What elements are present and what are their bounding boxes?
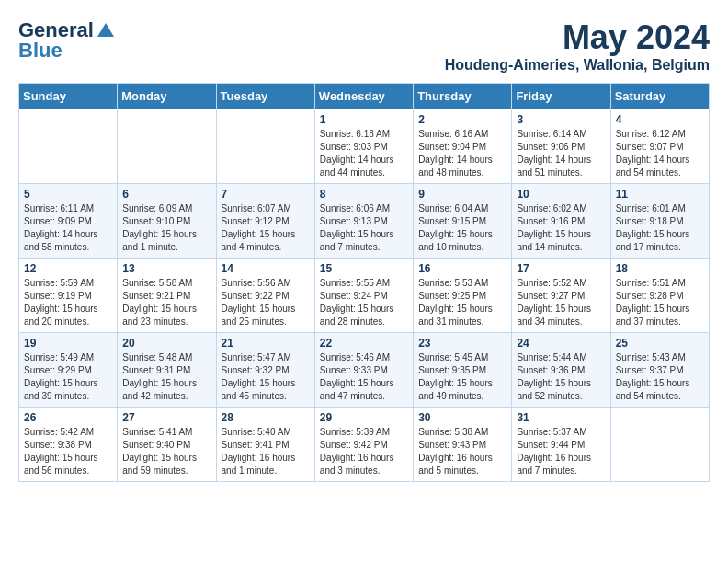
day-info: Sunrise: 5:48 AM Sunset: 9:31 PM Dayligh… xyxy=(122,351,210,403)
logo: General Blue xyxy=(18,18,116,63)
calendar-cell: 20Sunrise: 5:48 AM Sunset: 9:31 PM Dayli… xyxy=(118,333,216,408)
calendar-cell xyxy=(216,109,314,184)
calendar-cell: 13Sunrise: 5:58 AM Sunset: 9:21 PM Dayli… xyxy=(118,259,216,333)
day-number: 30 xyxy=(418,411,506,424)
day-number: 11 xyxy=(616,188,704,201)
day-info: Sunrise: 5:44 AM Sunset: 9:36 PM Dayligh… xyxy=(517,351,605,403)
calendar-cell: 25Sunrise: 5:43 AM Sunset: 9:37 PM Dayli… xyxy=(610,333,709,408)
day-number: 18 xyxy=(616,262,704,275)
day-info: Sunrise: 5:39 AM Sunset: 9:42 PM Dayligh… xyxy=(320,426,408,477)
day-info: Sunrise: 5:53 AM Sunset: 9:25 PM Dayligh… xyxy=(418,277,506,328)
day-number: 6 xyxy=(122,188,210,201)
calendar-cell: 30Sunrise: 5:38 AM Sunset: 9:43 PM Dayli… xyxy=(414,408,512,482)
calendar-cell: 16Sunrise: 5:53 AM Sunset: 9:25 PM Dayli… xyxy=(414,259,512,333)
day-info: Sunrise: 5:59 AM Sunset: 9:19 PM Dayligh… xyxy=(24,277,112,328)
month-title: May 2024 xyxy=(445,18,710,57)
calendar-cell: 22Sunrise: 5:46 AM Sunset: 9:33 PM Dayli… xyxy=(314,333,413,408)
day-number: 28 xyxy=(222,411,310,424)
weekday-header-row: SundayMondayTuesdayWednesdayThursdayFrid… xyxy=(19,84,710,109)
weekday-header-thursday: Thursday xyxy=(414,84,512,109)
day-number: 25 xyxy=(616,337,704,350)
day-number: 22 xyxy=(320,337,408,350)
weekday-header-wednesday: Wednesday xyxy=(314,84,413,109)
day-info: Sunrise: 5:45 AM Sunset: 9:35 PM Dayligh… xyxy=(418,351,506,403)
day-number: 16 xyxy=(418,262,506,275)
calendar-cell: 18Sunrise: 5:51 AM Sunset: 9:28 PM Dayli… xyxy=(610,259,709,333)
calendar-cell: 24Sunrise: 5:44 AM Sunset: 9:36 PM Dayli… xyxy=(512,333,610,408)
day-number: 7 xyxy=(222,188,310,201)
weekday-header-sunday: Sunday xyxy=(19,84,118,109)
day-info: Sunrise: 6:11 AM Sunset: 9:09 PM Dayligh… xyxy=(24,202,112,254)
location-title: Houdeng-Aimeries, Wallonia, Belgium xyxy=(445,57,710,74)
day-info: Sunrise: 6:02 AM Sunset: 9:16 PM Dayligh… xyxy=(517,202,605,254)
calendar-cell xyxy=(19,109,118,184)
day-number: 31 xyxy=(517,411,605,424)
day-info: Sunrise: 6:09 AM Sunset: 9:10 PM Dayligh… xyxy=(122,202,210,254)
weekday-header-monday: Monday xyxy=(118,84,216,109)
week-row-2: 5Sunrise: 6:11 AM Sunset: 9:09 PM Daylig… xyxy=(19,184,710,259)
calendar-cell: 9Sunrise: 6:04 AM Sunset: 9:15 PM Daylig… xyxy=(414,184,512,259)
day-number: 9 xyxy=(418,188,506,201)
day-info: Sunrise: 5:58 AM Sunset: 9:21 PM Dayligh… xyxy=(122,277,210,328)
day-number: 10 xyxy=(517,188,605,201)
weekday-header-tuesday: Tuesday xyxy=(216,84,314,109)
title-block: May 2024 Houdeng-Aimeries, Wallonia, Bel… xyxy=(445,18,710,74)
calendar-cell: 23Sunrise: 5:45 AM Sunset: 9:35 PM Dayli… xyxy=(414,333,512,408)
calendar-cell: 8Sunrise: 6:06 AM Sunset: 9:13 PM Daylig… xyxy=(314,184,413,259)
day-number: 14 xyxy=(222,262,310,275)
calendar-cell: 5Sunrise: 6:11 AM Sunset: 9:09 PM Daylig… xyxy=(19,184,118,259)
day-info: Sunrise: 6:06 AM Sunset: 9:13 PM Dayligh… xyxy=(320,202,408,254)
day-number: 1 xyxy=(320,113,408,126)
day-number: 19 xyxy=(24,337,112,350)
calendar-cell: 28Sunrise: 5:40 AM Sunset: 9:41 PM Dayli… xyxy=(216,408,314,482)
day-info: Sunrise: 5:37 AM Sunset: 9:44 PM Dayligh… xyxy=(517,426,605,477)
calendar-cell: 6Sunrise: 6:09 AM Sunset: 9:10 PM Daylig… xyxy=(118,184,216,259)
day-info: Sunrise: 6:04 AM Sunset: 9:15 PM Dayligh… xyxy=(418,202,506,254)
day-info: Sunrise: 6:07 AM Sunset: 9:12 PM Dayligh… xyxy=(222,202,310,254)
calendar-cell: 21Sunrise: 5:47 AM Sunset: 9:32 PM Dayli… xyxy=(216,333,314,408)
day-info: Sunrise: 5:51 AM Sunset: 9:28 PM Dayligh… xyxy=(616,277,704,328)
week-row-4: 19Sunrise: 5:49 AM Sunset: 9:29 PM Dayli… xyxy=(19,333,710,408)
calendar-cell: 11Sunrise: 6:01 AM Sunset: 9:18 PM Dayli… xyxy=(610,184,709,259)
day-number: 15 xyxy=(320,262,408,275)
calendar-cell: 15Sunrise: 5:55 AM Sunset: 9:24 PM Dayli… xyxy=(314,259,413,333)
day-info: Sunrise: 5:56 AM Sunset: 9:22 PM Dayligh… xyxy=(222,277,310,328)
calendar-cell: 1Sunrise: 6:18 AM Sunset: 9:03 PM Daylig… xyxy=(314,109,413,184)
calendar-cell xyxy=(610,408,709,482)
day-info: Sunrise: 5:42 AM Sunset: 9:38 PM Dayligh… xyxy=(24,426,112,477)
day-number: 17 xyxy=(517,262,605,275)
calendar-cell: 3Sunrise: 6:14 AM Sunset: 9:06 PM Daylig… xyxy=(512,109,610,184)
day-number: 5 xyxy=(24,188,112,201)
day-number: 13 xyxy=(122,262,210,275)
calendar-cell: 7Sunrise: 6:07 AM Sunset: 9:12 PM Daylig… xyxy=(216,184,314,259)
day-number: 26 xyxy=(24,411,112,424)
calendar-cell: 2Sunrise: 6:16 AM Sunset: 9:04 PM Daylig… xyxy=(414,109,512,184)
svg-marker-0 xyxy=(97,23,114,37)
calendar-cell xyxy=(118,109,216,184)
logo-blue: Blue xyxy=(18,39,63,63)
day-info: Sunrise: 5:46 AM Sunset: 9:33 PM Dayligh… xyxy=(320,351,408,403)
day-info: Sunrise: 6:16 AM Sunset: 9:04 PM Dayligh… xyxy=(418,128,506,179)
calendar-cell: 10Sunrise: 6:02 AM Sunset: 9:16 PM Dayli… xyxy=(512,184,610,259)
day-number: 4 xyxy=(616,113,704,126)
day-number: 2 xyxy=(418,113,506,126)
weekday-header-saturday: Saturday xyxy=(610,84,709,109)
day-number: 8 xyxy=(320,188,408,201)
day-info: Sunrise: 5:49 AM Sunset: 9:29 PM Dayligh… xyxy=(24,351,112,403)
calendar-cell: 14Sunrise: 5:56 AM Sunset: 9:22 PM Dayli… xyxy=(216,259,314,333)
day-info: Sunrise: 5:55 AM Sunset: 9:24 PM Dayligh… xyxy=(320,277,408,328)
calendar-cell: 17Sunrise: 5:52 AM Sunset: 9:27 PM Dayli… xyxy=(512,259,610,333)
page-header: General Blue May 2024 Houdeng-Aimeries, … xyxy=(18,18,710,74)
day-number: 29 xyxy=(320,411,408,424)
calendar-cell: 4Sunrise: 6:12 AM Sunset: 9:07 PM Daylig… xyxy=(610,109,709,184)
day-info: Sunrise: 6:12 AM Sunset: 9:07 PM Dayligh… xyxy=(616,128,704,179)
day-number: 20 xyxy=(122,337,210,350)
week-row-1: 1Sunrise: 6:18 AM Sunset: 9:03 PM Daylig… xyxy=(19,109,710,184)
calendar-cell: 19Sunrise: 5:49 AM Sunset: 9:29 PM Dayli… xyxy=(19,333,118,408)
day-number: 3 xyxy=(517,113,605,126)
calendar-cell: 12Sunrise: 5:59 AM Sunset: 9:19 PM Dayli… xyxy=(19,259,118,333)
day-info: Sunrise: 5:38 AM Sunset: 9:43 PM Dayligh… xyxy=(418,426,506,477)
day-number: 12 xyxy=(24,262,112,275)
day-number: 27 xyxy=(122,411,210,424)
day-info: Sunrise: 6:18 AM Sunset: 9:03 PM Dayligh… xyxy=(320,128,408,179)
